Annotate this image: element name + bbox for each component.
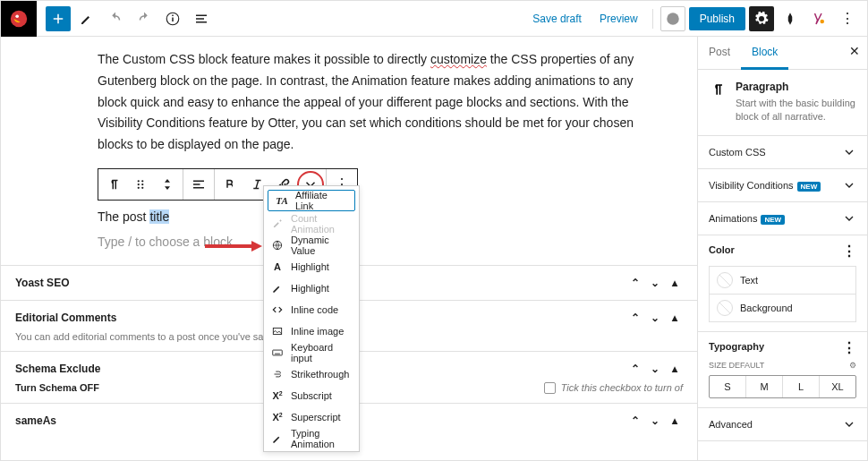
size-l[interactable]: L [782,376,819,397]
panel-move-down[interactable]: ⌄ [647,275,663,291]
turn-schema-off-checkbox[interactable] [544,382,556,394]
panel-title: Schema Exclude [15,363,100,375]
dropdown-item-superscript[interactable]: X2Superscript [264,406,359,428]
panel-toggle[interactable]: ▴ [667,275,683,291]
annotation-arrow [205,239,262,253]
panel-move-up[interactable]: ⌃ [627,361,643,377]
dropdown-item-subscript[interactable]: X2Subscript [264,385,359,406]
block-name: Paragraph [736,81,856,93]
block-header: Paragraph Start with the basic building … [698,70,867,136]
jetpack-button[interactable] [660,6,685,31]
drag-handle-icon[interactable] [127,169,154,200]
undo-button[interactable] [103,6,128,31]
dropdown-item-dynamic-value[interactable]: Dynamic Value [264,235,359,256]
color-section: Color ⋮ Text Background [698,235,867,332]
svg-rect-3 [172,17,174,21]
add-block-button[interactable] [46,6,71,31]
topbar: Save draft Preview Publish ⋮ [1,1,867,37]
svg-point-9 [138,184,140,185]
chevron-down-icon [842,178,856,192]
panel-toggle[interactable]: ▴ [667,310,683,326]
rich-text-dropdown: TAAffiliate LinkCount AnimationDynamic V… [263,185,360,452]
background-color-row[interactable]: Background [709,295,856,322]
edit-mode-button[interactable] [74,6,99,31]
dropdown-item-highlight[interactable]: Highlight [264,277,359,299]
svg-point-12 [141,187,143,189]
panel-move-up[interactable]: ⌃ [627,310,643,326]
publish-button[interactable]: Publish [689,7,745,30]
advanced-row[interactable]: Advanced [698,408,867,441]
panel-title: Editorial Comments [15,312,116,324]
more-options-button[interactable]: ⋮ [835,6,860,31]
paragraph-block-selected[interactable]: The post title [98,209,661,224]
animations-row[interactable]: AnimationsNEW [698,202,867,235]
size-s[interactable]: S [710,376,745,397]
align-button[interactable] [185,169,212,200]
block-appender[interactable]: Type / to choose a block [98,235,661,249]
svg-point-8 [141,180,143,182]
svg-rect-15 [273,350,283,355]
panel-move-down[interactable]: ⌄ [647,361,663,377]
dropdown-item-inline-image[interactable]: Inline image [264,320,359,342]
size-xl[interactable]: XL [819,376,855,397]
dropdown-item-count-animation[interactable]: Count Animation [264,213,359,235]
panel-toggle[interactable]: ▴ [667,361,683,377]
site-logo[interactable] [1,1,37,37]
panel-move-down[interactable]: ⌄ [647,310,663,326]
chevron-down-icon [842,417,856,431]
close-sidebar-button[interactable]: ✕ [849,44,860,58]
panel-move-up[interactable]: ⌃ [627,275,643,291]
paragraph-block[interactable]: The Custom CSS block feature makes it po… [98,49,661,156]
settings-sidebar: Post Block ✕ Paragraph Start with the ba… [697,37,867,460]
dropdown-item-typing-animation[interactable]: Typing Animation [264,428,359,449]
tab-block[interactable]: Block [741,37,788,70]
paragraph-icon[interactable] [100,169,127,200]
color-options-button[interactable]: ⋮ [842,244,856,259]
dropdown-item-affiliate-link[interactable]: TAAffiliate Link [268,190,355,211]
spellcheck-word: customize [430,52,487,66]
custom-css-row[interactable]: Custom CSS [698,136,867,169]
plugin-a-button[interactable] [778,6,803,31]
size-m[interactable]: M [745,376,782,397]
move-updown-icon[interactable] [154,169,181,200]
svg-point-11 [138,187,140,189]
panel-toggle[interactable]: ▴ [667,413,683,429]
dropdown-item-highlight[interactable]: AHighlight [264,256,359,277]
paragraph-icon [709,81,727,124]
tab-post[interactable]: Post [698,37,741,69]
selected-text: title [149,209,169,224]
typography-options-button[interactable]: ⋮ [842,341,856,355]
typography-heading: Typography [709,341,764,355]
redo-button[interactable] [132,6,157,31]
svg-rect-4 [172,14,174,16]
text-color-row[interactable]: Text [709,266,856,295]
dropdown-item-inline-code[interactable]: Inline code [264,299,359,320]
svg-point-6 [821,19,825,23]
turn-schema-off-label: Turn Schema OFF [15,382,99,393]
svg-point-0 [11,10,27,26]
settings-button[interactable] [749,6,774,31]
dropdown-item-keyboard-input[interactable]: Keyboard input [264,342,359,363]
panel-move-up[interactable]: ⌃ [627,413,643,429]
sidebar-tabs: Post Block ✕ [698,37,867,70]
color-swatch [717,272,733,288]
checkbox-description: Tick this checkbox to turn of [561,382,683,393]
dropdown-item-strikethrough[interactable]: Strikethrough [264,363,359,385]
panel-title: sameAs [15,414,56,427]
size-segmented: S M L XL [709,375,856,398]
save-draft-button[interactable]: Save draft [525,13,589,25]
svg-point-7 [138,180,140,182]
info-button[interactable] [160,6,185,31]
bold-button[interactable] [217,169,243,200]
panel-title: Yoast SEO [15,277,69,289]
preview-button[interactable]: Preview [592,13,645,25]
visibility-conditions-row[interactable]: Visibility ConditionsNEW [698,169,867,202]
chevron-down-icon [842,145,856,159]
panel-move-down[interactable]: ⌄ [647,413,663,429]
list-view-button[interactable] [189,6,214,31]
size-slider-icon[interactable]: ⚙ [849,361,856,370]
chevron-down-icon [842,211,856,226]
svg-point-5 [667,13,679,25]
yoast-button[interactable] [806,6,831,31]
color-swatch [717,300,733,316]
